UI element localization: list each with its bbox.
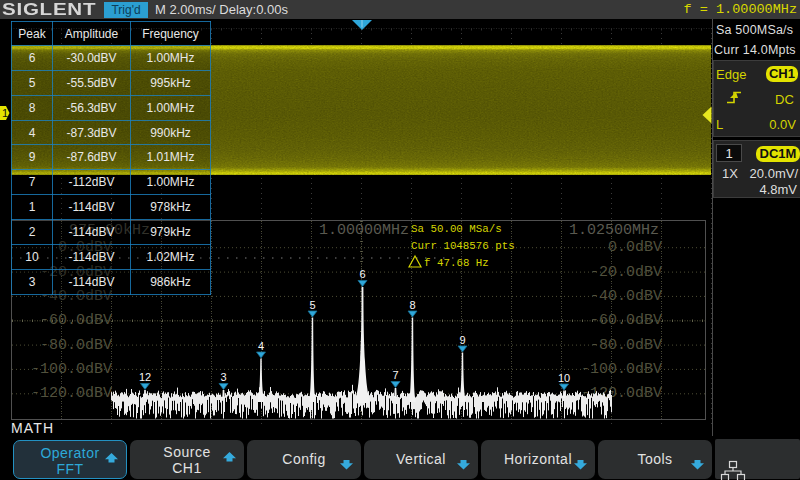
svg-text:1: 1 bbox=[2, 107, 8, 119]
